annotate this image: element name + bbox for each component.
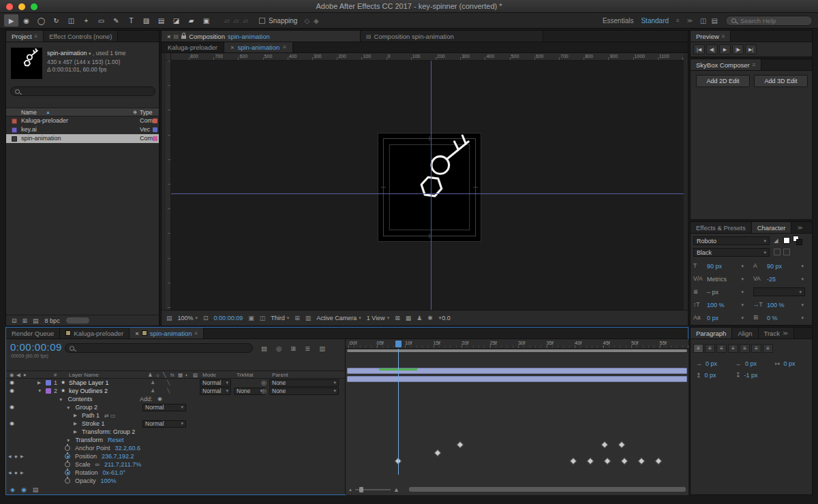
font-style-dropdown[interactable]: Black▾ bbox=[693, 248, 770, 257]
group-name[interactable]: Transform bbox=[75, 437, 103, 443]
camera-dropdown[interactable]: Active Camera▾ bbox=[316, 315, 361, 321]
show-snapshot-icon[interactable]: ◫ bbox=[260, 315, 266, 321]
mode-dropdown[interactable]: Normal▾ bbox=[200, 388, 231, 395]
parent-pickwhip[interactable]: ◎ bbox=[261, 387, 267, 395]
item-name[interactable]: Kaluga-preloader bbox=[21, 116, 68, 125]
help-search[interactable] bbox=[725, 16, 813, 26]
panel-menu-icon[interactable]: ≡ bbox=[195, 330, 198, 336]
previous-keyframe-button[interactable]: ◀ bbox=[8, 469, 12, 477]
tab-render-queue[interactable]: Render Queue bbox=[6, 328, 60, 338]
snap-option-icon[interactable]: ◈ bbox=[314, 17, 319, 25]
workspace-standard[interactable]: Standard bbox=[641, 17, 669, 25]
fill-color-swatch[interactable] bbox=[783, 237, 790, 244]
parent-pickwhip[interactable]: ◎ bbox=[261, 379, 267, 387]
property-value[interactable]: 100% bbox=[101, 477, 117, 484]
keyframe[interactable] bbox=[571, 458, 576, 464]
property-value[interactable]: 211.7,211.7% bbox=[104, 461, 141, 468]
horizontal-guide[interactable] bbox=[171, 193, 684, 194]
indent-right-margin-field[interactable]: ←0 px bbox=[736, 360, 757, 367]
tab-effect-controls[interactable]: Effect Controls (none) bbox=[44, 31, 118, 42]
zoom-dropdown[interactable]: 100%▾ bbox=[178, 315, 198, 321]
parent-dropdown[interactable]: None▾ bbox=[269, 379, 339, 387]
grid-guides-icon[interactable]: ⊡ bbox=[203, 315, 209, 321]
font-size-field[interactable]: 90 px▾ bbox=[706, 262, 745, 270]
property-name[interactable]: Position bbox=[75, 453, 97, 460]
reset-link[interactable]: Reset bbox=[108, 437, 124, 443]
space-before-field[interactable]: ↥0 px bbox=[696, 372, 716, 379]
tool-button-7[interactable]: ✎ bbox=[109, 14, 123, 27]
group-row[interactable]: ▼TransformReset bbox=[6, 436, 345, 444]
visibility-toggle[interactable]: ◉ bbox=[10, 420, 14, 428]
property-name[interactable]: Opacity bbox=[75, 477, 96, 484]
composition-frame[interactable] bbox=[378, 133, 481, 242]
keyframe[interactable] bbox=[618, 442, 624, 447]
mode-dropdown[interactable]: Normal▾ bbox=[200, 379, 231, 387]
timeline-option-icon[interactable]: ▤ bbox=[261, 345, 267, 352]
visibility-toggle[interactable]: ◉ bbox=[10, 403, 14, 411]
keyframe[interactable] bbox=[655, 458, 661, 464]
fill-stroke-swap-swatch[interactable] bbox=[796, 239, 802, 245]
tool-button-13[interactable]: ▣ bbox=[199, 14, 213, 27]
shy-toggle[interactable]: ♟ bbox=[151, 387, 155, 395]
composition-view-area[interactable] bbox=[171, 61, 684, 311]
project-footer-icons[interactable]: ⊟⊞▤ bbox=[12, 317, 39, 324]
adjust-exposure-icon[interactable]: ✱ bbox=[427, 315, 433, 321]
tab-preview[interactable]: Preview ≡ bbox=[691, 31, 731, 42]
align-button-2[interactable]: ≡ bbox=[716, 344, 727, 353]
timeline-footer-icon[interactable]: ◈ bbox=[10, 486, 15, 493]
column-name[interactable]: Name bbox=[21, 108, 37, 116]
tracking-field[interactable]: -25▾ bbox=[766, 274, 805, 283]
workspace-icons[interactable]: ◫▤ bbox=[700, 17, 718, 25]
item-name[interactable]: spin-animation bbox=[21, 134, 61, 143]
stroke-width-field[interactable]: – px▾ bbox=[706, 287, 745, 296]
playhead-handle[interactable] bbox=[395, 341, 402, 347]
comp-tab-kaluga[interactable]: Kaluga-preloader bbox=[162, 42, 224, 52]
next-keyframe-button[interactable]: ▶ bbox=[20, 452, 24, 460]
timeline-option-icon[interactable]: ⊞ bbox=[290, 345, 296, 352]
property-value[interactable]: 236.7,192.2 bbox=[102, 453, 134, 460]
last-frame-button[interactable]: ▶| bbox=[745, 44, 757, 54]
close-icon[interactable]: × bbox=[167, 33, 171, 40]
vertical-ruler[interactable] bbox=[166, 61, 171, 311]
property-row[interactable]: Anchor Point32.2,60.6 bbox=[6, 444, 345, 452]
timeline-search-field[interactable] bbox=[65, 343, 253, 353]
play-button[interactable]: ▶ bbox=[719, 44, 731, 54]
timeline-search-input[interactable] bbox=[78, 343, 241, 353]
layer-row[interactable]: ◉▶1★Shape Layer 1♟╲Normal▾◎None▾ bbox=[6, 379, 345, 387]
keyframe[interactable] bbox=[638, 458, 643, 464]
align-button-3[interactable]: ≡ bbox=[728, 344, 738, 353]
vertical-scale-field[interactable]: 100 %▾ bbox=[706, 300, 745, 309]
tab-paragraph[interactable]: Paragraph bbox=[691, 328, 732, 338]
property-row[interactable]: Opacity100% bbox=[6, 477, 345, 485]
timeline-option-icon[interactable]: ◎ bbox=[276, 345, 282, 352]
timeline-footer-icon[interactable]: ◉ bbox=[21, 486, 27, 493]
exposure-value[interactable]: +0.0 bbox=[438, 315, 451, 321]
snapping-checkbox[interactable] bbox=[259, 18, 265, 24]
horizontal-scale-field[interactable]: 100 %▾ bbox=[766, 300, 805, 309]
group-name[interactable]: Stroke 1 bbox=[82, 420, 105, 427]
zoom-out-icon[interactable]: ▲ bbox=[348, 488, 352, 492]
group-row[interactable]: ◉▼Group 2Normal▾ bbox=[6, 403, 345, 411]
property-value[interactable]: 32.2,60.6 bbox=[115, 445, 141, 452]
layer-row[interactable]: ◉▼2★key Outlines 2♟╲Normal▾None▾◎None▾ bbox=[6, 387, 345, 395]
property-row[interactable]: ◀◆▶Rotation0x-61.0° bbox=[6, 469, 345, 477]
panel-menu-icon[interactable]: ≡ bbox=[283, 44, 286, 50]
align-button-1[interactable]: ≡ bbox=[705, 344, 715, 353]
tool-button-12[interactable]: ▰ bbox=[184, 14, 198, 27]
quality-toggle[interactable]: ╲ bbox=[167, 379, 170, 387]
visibility-toggle[interactable]: ◉ bbox=[10, 387, 14, 395]
workspace-essentials[interactable]: Essentials bbox=[603, 17, 634, 25]
layer-color-chip[interactable] bbox=[46, 388, 51, 394]
baseline-shift-field[interactable]: 0 px▾ bbox=[706, 313, 745, 322]
stopwatch-icon[interactable] bbox=[65, 454, 70, 459]
stopwatch-icon[interactable] bbox=[65, 470, 70, 475]
timeline-button-icon[interactable]: ♟ bbox=[416, 315, 422, 321]
indent-first-line-field[interactable]: ↦0 px bbox=[775, 360, 796, 367]
tool-button-3[interactable]: ↻ bbox=[49, 14, 63, 27]
keyframe[interactable] bbox=[435, 450, 440, 456]
property-name[interactable]: Rotation bbox=[75, 469, 98, 476]
faux-italic-icon[interactable] bbox=[783, 249, 790, 255]
add-3d-edit-button[interactable]: Add 3D Edit bbox=[754, 75, 808, 87]
group-name[interactable]: Transform: Group 2 bbox=[82, 428, 135, 435]
previous-keyframe-button[interactable]: ◀ bbox=[8, 452, 12, 460]
